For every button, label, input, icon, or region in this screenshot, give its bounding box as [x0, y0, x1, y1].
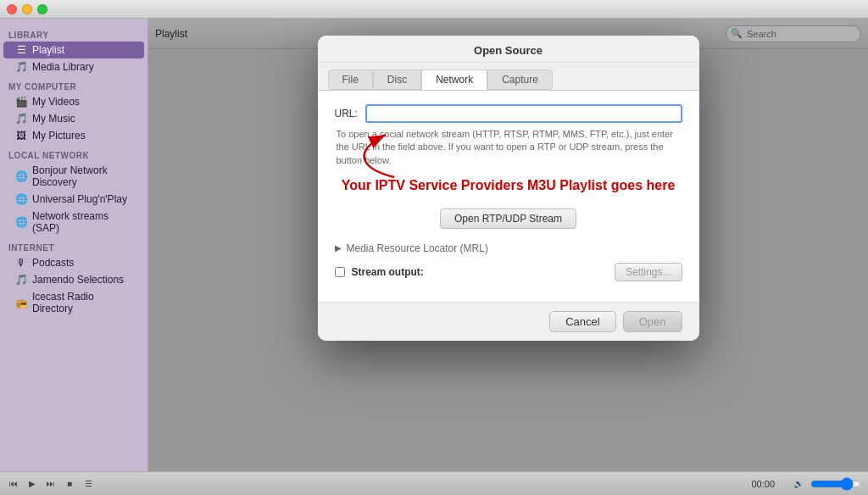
- bottom-bar: ⏮ ▶ ⏭ ■ ☰ 00:00 🔊: [0, 471, 868, 495]
- tab-disc[interactable]: Disc: [373, 70, 421, 90]
- content-area: Playlist 🔍 Drop media here Open media...…: [148, 19, 868, 471]
- tab-network[interactable]: Network: [421, 70, 487, 90]
- sidebar: LIBRARY ☰ Playlist 🎵 Media Library MY CO…: [0, 19, 148, 471]
- stream-output-checkbox[interactable]: [335, 267, 345, 277]
- tab-capture[interactable]: Capture: [487, 70, 553, 90]
- sidebar-item-playlist[interactable]: ☰ Playlist: [3, 42, 144, 58]
- modal-footer: Cancel Open: [318, 302, 699, 341]
- sidebar-item-my-videos[interactable]: 🎬 My Videos: [3, 93, 144, 110]
- local-network-section-label: LOCAL NETWORK: [0, 144, 147, 162]
- modal-title: Open Source: [318, 36, 699, 63]
- stop-button[interactable]: ■: [63, 477, 76, 491]
- rtp-button-row: Open RTP/UDP Stream: [335, 209, 682, 229]
- title-bar: [0, 0, 868, 19]
- volume-icon: 🔊: [792, 477, 805, 491]
- mrl-arrow-icon: ▶: [335, 243, 342, 253]
- internet-section-label: INTERNET: [0, 236, 147, 254]
- play-button[interactable]: ▶: [25, 477, 39, 491]
- playlist-icon: ☰: [15, 44, 27, 56]
- bonjour-icon: 🌐: [15, 170, 27, 182]
- sidebar-item-network-streams[interactable]: 🌐 Network streams (SAP): [3, 208, 144, 236]
- settings-button[interactable]: Settings...: [615, 263, 682, 281]
- time-display: 00:00: [751, 479, 775, 489]
- sidebar-item-bonjour[interactable]: 🌐 Bonjour Network Discovery: [3, 162, 144, 191]
- sidebar-item-upnp[interactable]: 🌐 Universal Plug'n'Play: [3, 191, 144, 208]
- iptv-annotation-area: Your IPTV Service Providers M3U Playlist…: [335, 177, 682, 195]
- sidebar-item-podcasts[interactable]: 🎙 Podcasts: [3, 254, 144, 271]
- network-streams-icon: 🌐: [15, 216, 27, 228]
- stream-output-row: Stream output: Settings...: [335, 263, 682, 281]
- podcasts-icon: 🎙: [15, 257, 27, 269]
- jamendo-icon: 🎵: [15, 274, 27, 286]
- mrl-row[interactable]: ▶ Media Resource Locator (MRL): [335, 242, 682, 254]
- next-button[interactable]: ⏭: [44, 477, 58, 491]
- minimize-button[interactable]: [22, 4, 32, 14]
- media-library-icon: 🎵: [15, 61, 27, 73]
- volume-slider[interactable]: [810, 477, 861, 491]
- modal-overlay: Open Source File Disc Network Capture UR…: [148, 19, 868, 471]
- tab-file[interactable]: File: [328, 70, 373, 90]
- rtp-udp-button[interactable]: Open RTP/UDP Stream: [440, 209, 576, 229]
- modal-body: URL: To open a social network stream (HT…: [318, 91, 699, 302]
- sidebar-item-my-music[interactable]: 🎵 My Music: [3, 110, 144, 127]
- my-videos-icon: 🎬: [15, 96, 27, 108]
- stream-output-label: Stream output:: [352, 266, 424, 278]
- my-pictures-icon: 🖼: [15, 130, 27, 142]
- sidebar-item-icecast[interactable]: 📻 Icecast Radio Directory: [3, 288, 144, 317]
- icecast-icon: 📻: [15, 297, 27, 309]
- url-row: URL:: [335, 104, 682, 123]
- modal-tabs: File Disc Network Capture: [318, 63, 699, 91]
- close-button[interactable]: [7, 4, 17, 14]
- url-label: URL:: [335, 108, 359, 120]
- open-button[interactable]: Open: [623, 311, 682, 332]
- my-music-icon: 🎵: [15, 113, 27, 125]
- sidebar-item-my-pictures[interactable]: 🖼 My Pictures: [3, 127, 144, 144]
- my-computer-section-label: MY COMPUTER: [0, 75, 147, 93]
- curved-arrow-svg: [343, 131, 445, 181]
- cancel-button[interactable]: Cancel: [549, 311, 615, 332]
- url-input[interactable]: [365, 104, 682, 123]
- sidebar-item-media-library[interactable]: 🎵 Media Library: [3, 58, 144, 75]
- upnp-icon: 🌐: [15, 193, 27, 205]
- iptv-annotation-text: Your IPTV Service Providers M3U Playlist…: [335, 177, 682, 195]
- previous-button[interactable]: ⏮: [7, 477, 20, 491]
- open-source-modal: Open Source File Disc Network Capture UR…: [318, 36, 699, 341]
- playlist-toggle-button[interactable]: ☰: [81, 477, 95, 491]
- sidebar-item-jamendo[interactable]: 🎵 Jamendo Selections: [3, 271, 144, 288]
- traffic-lights: [7, 4, 47, 14]
- main-layout: LIBRARY ☰ Playlist 🎵 Media Library MY CO…: [0, 19, 868, 471]
- mrl-label: Media Resource Locator (MRL): [347, 242, 488, 254]
- maximize-button[interactable]: [37, 4, 47, 14]
- library-section-label: LIBRARY: [0, 24, 147, 42]
